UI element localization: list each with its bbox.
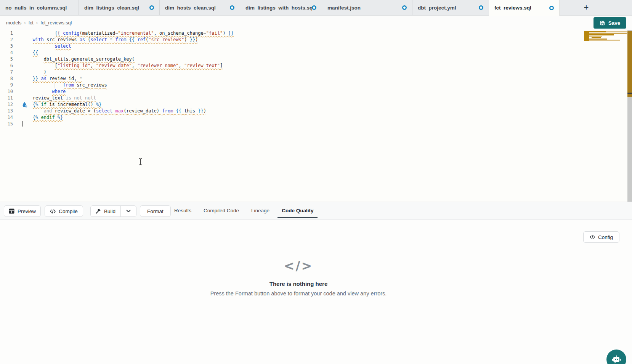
file-tab-label: dbt_project.yml bbox=[418, 5, 456, 11]
text-caret bbox=[22, 121, 22, 127]
code-token: and bbox=[44, 108, 52, 114]
warning-squiggle: {% endif %} bbox=[22, 115, 63, 120]
droplet-gear-icon[interactable] bbox=[22, 102, 28, 108]
editor-scrollbar[interactable] bbox=[627, 30, 632, 202]
file-tab[interactable]: dim_hosts_clean.sql bbox=[160, 0, 240, 15]
panel-tab[interactable]: Results bbox=[170, 202, 196, 220]
file-tab-label: no_nulls_in_columns.sql bbox=[5, 5, 67, 11]
indent-guides bbox=[22, 114, 33, 121]
plus-icon: + bbox=[584, 3, 589, 13]
line-number: 1 bbox=[0, 30, 13, 37]
build-label: Build bbox=[104, 208, 115, 214]
save-button[interactable]: Save bbox=[594, 17, 626, 29]
indent-guides bbox=[22, 108, 44, 114]
code-line[interactable]: {% if is_incremental() %} bbox=[22, 101, 101, 108]
code-icon bbox=[50, 209, 56, 213]
code-token: dbt_utils.generate_surrogate_key( bbox=[44, 56, 135, 62]
code-line[interactable]: {{ bbox=[22, 50, 38, 56]
line-number: 10 bbox=[0, 88, 13, 95]
line-number: 3 bbox=[0, 43, 13, 50]
indent-guides bbox=[22, 75, 33, 82]
breadcrumb-item[interactable]: models bbox=[6, 20, 21, 26]
code-line[interactable]: where bbox=[22, 88, 66, 95]
code-token: from bbox=[115, 37, 127, 42]
panel-tab[interactable]: Compiled Code bbox=[199, 202, 243, 220]
file-tab[interactable]: fct_reviews.sql bbox=[489, 0, 560, 16]
editor-code[interactable]: {{ config(materialized="incremental", on… bbox=[22, 30, 626, 202]
preview-button[interactable]: Preview bbox=[4, 205, 41, 217]
line-number: 13 bbox=[0, 108, 13, 114]
code-token: ) bbox=[195, 37, 198, 42]
line-number: 11 bbox=[0, 95, 13, 101]
chevron-right-icon: › bbox=[24, 20, 26, 26]
indent-guides bbox=[22, 95, 33, 101]
code-line[interactable]: {{ config(materialized="incremental", on… bbox=[22, 30, 234, 37]
code-token: select bbox=[91, 37, 107, 42]
code-token: = bbox=[115, 30, 118, 36]
file-tab-bar: no_nulls_in_columns.sqldim_listings_clea… bbox=[0, 0, 632, 16]
unsaved-indicator bbox=[549, 6, 554, 10]
build-button[interactable]: Build bbox=[91, 206, 120, 216]
code-line[interactable]: select bbox=[22, 43, 71, 50]
line-number: 14 bbox=[0, 114, 13, 121]
line-number: 15 bbox=[0, 121, 13, 127]
warning-squiggle: with src_reviews as (select * from {{ re… bbox=[22, 37, 198, 42]
code-editor[interactable]: 123456789101112131415 {{ config(material… bbox=[0, 30, 632, 202]
chevron-down-icon bbox=[126, 210, 131, 213]
code-token: is not null bbox=[66, 95, 96, 101]
code-quality-panel: Config </> There is nothing here Press t… bbox=[0, 220, 632, 364]
code-token: from bbox=[63, 82, 74, 88]
code-token: ref bbox=[137, 37, 146, 42]
panel-tab[interactable]: Code Quality bbox=[278, 202, 318, 220]
code-line[interactable]: {% endif %} bbox=[22, 114, 63, 121]
code-token: endif bbox=[41, 115, 55, 120]
empty-state: </> There is nothing here Press the Form… bbox=[210, 258, 387, 297]
editor-gutter: 123456789101112131415 bbox=[0, 30, 15, 202]
code-line[interactable]: and review_date > (select max(review_dat… bbox=[22, 108, 206, 114]
code-line[interactable]: }} as review_id, * bbox=[22, 75, 82, 82]
format-button[interactable]: Format bbox=[140, 205, 171, 217]
new-tab-button[interactable]: + bbox=[579, 0, 593, 15]
warning-squiggle: ["listing_id", "review_date", "reviewer_… bbox=[22, 63, 223, 68]
code-line[interactable]: from src_reviews bbox=[22, 82, 107, 88]
code-token: = bbox=[204, 30, 206, 36]
file-tab[interactable]: manifest.json bbox=[322, 0, 412, 15]
build-options-button[interactable] bbox=[120, 206, 136, 216]
code-token: ) bbox=[184, 37, 189, 42]
compile-button[interactable]: Compile bbox=[45, 205, 83, 217]
code-token: ) bbox=[223, 30, 228, 36]
file-tab[interactable]: dim_listings_clean.sql bbox=[79, 0, 160, 15]
code-token: ( bbox=[79, 30, 82, 36]
file-tab[interactable]: dbt_project.yml bbox=[412, 0, 489, 15]
mouse-cursor bbox=[138, 158, 143, 165]
code-token: {% bbox=[33, 115, 41, 120]
warning-squiggle: where bbox=[22, 89, 66, 94]
format-label: Format bbox=[147, 208, 164, 214]
code-token: {{ bbox=[55, 30, 63, 36]
indent-guides bbox=[22, 37, 33, 43]
file-tab[interactable]: no_nulls_in_columns.sql bbox=[0, 0, 79, 15]
code-line[interactable]: ["listing_id", "review_date", "reviewer_… bbox=[22, 63, 223, 69]
code-token: ) bbox=[44, 69, 47, 75]
code-line[interactable]: review_text is not null bbox=[22, 95, 96, 101]
code-token: materialized bbox=[82, 30, 115, 36]
code-token: , bbox=[90, 63, 96, 68]
warning-squiggle: {% if is_incremental() %} bbox=[33, 102, 102, 107]
file-tab-label: dim_hosts_clean.sql bbox=[165, 5, 216, 11]
breadcrumb-item[interactable]: fct_reviews.sql bbox=[40, 20, 72, 26]
panel-tab[interactable]: Lineage bbox=[247, 202, 274, 220]
code-line[interactable]: with src_reviews as (select * from {{ re… bbox=[22, 37, 198, 43]
breadcrumb-item[interactable]: fct bbox=[29, 20, 34, 26]
panel-tab-bar: ResultsCompiled CodeLineageCode Quality bbox=[168, 202, 319, 220]
save-label: Save bbox=[608, 20, 621, 26]
code-line[interactable]: ) bbox=[22, 69, 47, 75]
config-button[interactable]: Config bbox=[583, 231, 619, 243]
indent-guides bbox=[22, 43, 55, 50]
warning-squiggle: dbt_utils.generate_surrogate_key( bbox=[22, 56, 135, 62]
code-token: select bbox=[55, 43, 71, 49]
code-token: [ bbox=[55, 63, 57, 68]
empty-state-title: There is nothing here bbox=[210, 281, 387, 287]
code-token: * bbox=[107, 37, 115, 42]
code-line[interactable]: dbt_utils.generate_surrogate_key( bbox=[22, 56, 135, 63]
file-tab[interactable]: dim_listings_with_hosts.sql bbox=[240, 0, 322, 15]
